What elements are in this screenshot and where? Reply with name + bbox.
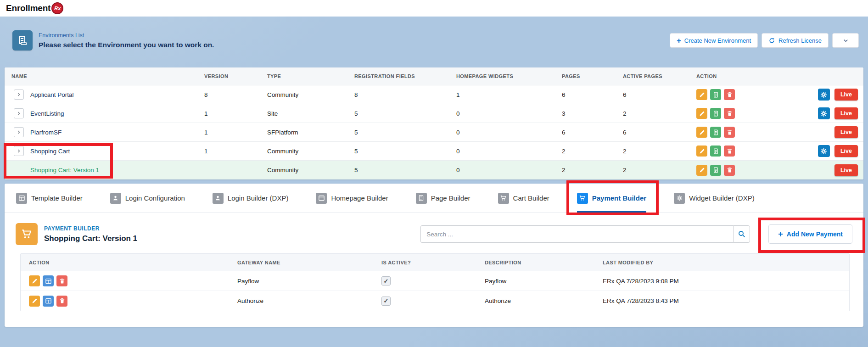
user-icon (110, 193, 121, 204)
search-button[interactable] (734, 225, 750, 243)
refresh-license-button[interactable]: Refresh License (762, 33, 829, 48)
is-active-checkbox[interactable]: ✓ (381, 276, 391, 285)
environments-list-label: Environments List (39, 32, 214, 39)
edit-button[interactable] (696, 127, 707, 138)
builder-card: Template Builder Login Configuration Log… (5, 184, 863, 327)
copy-button[interactable] (710, 89, 721, 100)
name-cell: PlarfromSF (5, 127, 197, 137)
delete-button[interactable] (56, 275, 67, 286)
settings-gear-button[interactable] (818, 107, 830, 119)
environments-list-icon (12, 30, 33, 50)
live-button[interactable]: Live (834, 145, 858, 157)
copy-button[interactable] (710, 127, 721, 138)
payments-table: ACTION GATEWAY NAME IS ACTIVE? DESCRIPTI… (20, 253, 850, 311)
live-button[interactable]: Live (834, 107, 858, 119)
environment-name: Shopping Cart (30, 148, 70, 155)
environments-header: Environments List Please select the Envi… (12, 28, 859, 53)
registration-fields-cell: 5 (347, 110, 449, 117)
rx-badge-icon: Rx (51, 2, 63, 14)
pages-cell: 6 (555, 129, 616, 136)
chevron-right-icon (16, 129, 22, 135)
search-input[interactable] (420, 225, 734, 243)
is-active-checkbox[interactable]: ✓ (381, 297, 391, 306)
tab-cart-builder[interactable]: Cart Builder (498, 184, 549, 213)
edit-button[interactable] (696, 146, 707, 157)
window-grid-icon (45, 297, 52, 304)
row-controls: Live (772, 89, 863, 101)
edit-button[interactable] (696, 108, 707, 119)
tab-payment-builder[interactable]: Payment Builder (577, 184, 646, 213)
edit-button[interactable] (696, 165, 707, 176)
environment-name: Applicant Portal (30, 91, 74, 98)
expand-row-button[interactable] (14, 127, 24, 137)
column-header-homepage-widgets: HOMEPAGE WIDGETS (449, 73, 555, 79)
delete-button[interactable] (724, 108, 735, 119)
create-new-environment-button[interactable]: + Create New Environment (670, 33, 758, 48)
live-button[interactable]: Live (834, 126, 858, 138)
gateway-name-cell: Payflow (237, 278, 381, 285)
chevron-right-icon (16, 92, 22, 97)
delete-button[interactable] (724, 127, 735, 138)
live-button[interactable]: Live (834, 164, 858, 176)
type-cell: Community (260, 91, 347, 98)
settings-gear-button[interactable] (818, 89, 830, 101)
expand-row-button[interactable] (14, 146, 24, 156)
copy-button[interactable] (710, 108, 721, 119)
tab-template-builder[interactable]: Template Builder (16, 184, 83, 213)
add-new-payment-button[interactable]: + Add New Payment (768, 224, 852, 244)
copy-document-icon (712, 148, 719, 155)
active-pages-cell: 2 (616, 167, 689, 174)
homepage-widgets-cell: 0 (449, 110, 555, 117)
settings-gear-button[interactable] (818, 145, 830, 157)
type-cell: Site (260, 110, 347, 117)
trash-icon (726, 110, 733, 117)
version-cell: 1 (197, 129, 260, 136)
copy-button[interactable] (710, 165, 721, 176)
row-controls: Live (772, 164, 863, 176)
gear-icon (674, 193, 685, 204)
column-header-version: VERSION (197, 73, 260, 79)
page-title: Please select the Environment you want t… (39, 41, 214, 49)
pencil-icon (699, 110, 706, 117)
header-dropdown-button[interactable] (832, 33, 859, 48)
gear-icon (820, 110, 828, 118)
active-pages-cell: 6 (616, 129, 689, 136)
delete-button[interactable] (56, 296, 67, 307)
row-actions (689, 127, 772, 138)
active-pages-cell: 2 (616, 148, 689, 155)
delete-button[interactable] (724, 146, 735, 157)
type-cell: Community (260, 148, 347, 155)
cart-icon (498, 193, 509, 204)
expand-row-button[interactable] (14, 108, 24, 118)
row-controls: Live (772, 107, 863, 119)
environment-row: PlarfromSF 1 SFPlatform 5 0 6 6 Live (5, 123, 863, 142)
payment-builder-label: PAYMENT BUILDER (44, 225, 137, 232)
edit-button[interactable] (29, 296, 40, 307)
edit-button[interactable] (696, 89, 707, 100)
trash-icon (726, 91, 733, 98)
description-cell: Payflow (485, 278, 603, 285)
pages-cell: 3 (555, 110, 616, 117)
copy-button[interactable] (710, 146, 721, 157)
pencil-icon (31, 278, 38, 285)
live-button[interactable]: Live (834, 89, 858, 101)
tab-homepage-builder[interactable]: Homepage Builder (316, 184, 388, 213)
column-header-action: ACTION (21, 260, 237, 265)
delete-button[interactable] (724, 89, 735, 100)
chevron-down-icon (842, 37, 849, 44)
view-button[interactable] (43, 275, 54, 286)
trash-icon (59, 278, 66, 285)
tab-label: Login Builder (DXP) (228, 194, 289, 202)
tab-login-builder-dxp[interactable]: Login Builder (DXP) (213, 184, 289, 213)
edit-button[interactable] (29, 275, 40, 286)
environment-version-name[interactable]: Shopping Cart: Version 1 (30, 167, 99, 174)
pages-cell: 6 (555, 91, 616, 98)
tab-page-builder[interactable]: Page Builder (416, 184, 470, 213)
tab-login-configuration[interactable]: Login Configuration (110, 184, 185, 213)
pencil-icon (699, 129, 706, 136)
copy-document-icon (712, 167, 719, 174)
expand-row-button[interactable] (14, 90, 24, 100)
delete-button[interactable] (724, 165, 735, 176)
view-button[interactable] (43, 296, 54, 307)
tab-widget-builder-dxp[interactable]: Widget Builder (DXP) (674, 184, 755, 213)
